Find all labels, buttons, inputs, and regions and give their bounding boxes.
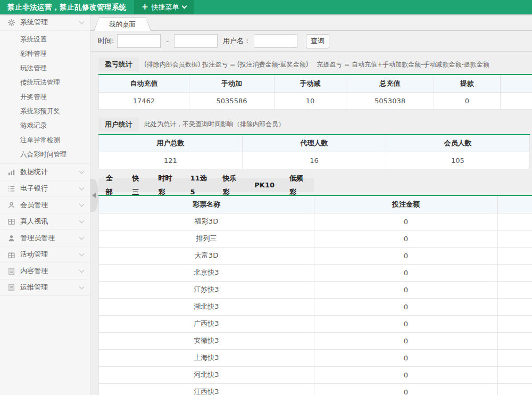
grid-box-icon — [7, 218, 15, 226]
chevron-down-icon — [79, 218, 85, 224]
bet-amount-cell: 0 — [314, 366, 498, 383]
tab-all[interactable]: 全部 — [98, 171, 124, 199]
header-cell: 手动加 — [189, 75, 275, 92]
chevron-down-icon — [79, 19, 85, 24]
lottery-name-cell: 福彩3D — [99, 213, 314, 230]
bet-amount-cell: 0 — [314, 281, 498, 298]
data-cell: 10 — [275, 92, 346, 109]
data-cell: 121 — [99, 152, 243, 169]
data-cell — [498, 349, 532, 366]
bet-amount-cell: 0 — [314, 298, 498, 315]
bar-chart-icon — [7, 168, 15, 176]
chevron-down-icon — [79, 202, 85, 207]
header-cell — [498, 195, 532, 213]
lottery-name-cell: 安徽快3 — [99, 332, 314, 349]
sidebar-item-bet-anomaly-check[interactable]: 注单异常检测 — [0, 133, 90, 147]
bet-amount-cell: 0 — [314, 247, 498, 264]
user-section-header: 用户统计 此处为总计，不受查询时间影响（排除内部会员） — [98, 118, 532, 131]
tab-11xuan5[interactable]: 11选5 — [183, 171, 215, 199]
data-cell — [498, 264, 532, 281]
header-cell: 代理人数 — [243, 135, 386, 152]
sidebar-submenu-system: 系统设置 彩种管理 玩法管理 传统玩法管理 开奖管理 系统彩预开奖 游戏记录 注… — [0, 31, 90, 164]
sidebar-group-data-stats[interactable]: 数据统计 — [0, 164, 90, 180]
bet-amount-cell: 0 — [314, 332, 498, 349]
tab-pk10[interactable]: PK10 — [247, 178, 282, 192]
table-row: 排列三 0 — [99, 230, 532, 247]
table-row: 广西快3 0 — [99, 315, 532, 332]
lottery-name-cell: 北京快3 — [99, 264, 314, 281]
username-input[interactable] — [254, 34, 297, 48]
table-row: 河北快3 0 — [99, 366, 532, 383]
profit-table: 自动充值 手动加 手动减 总充值 提款 消 17462 5035586 10 5… — [98, 74, 532, 110]
table-header-row: 用户总数 代理人数 会员人数 — [99, 135, 530, 152]
bet-amount-cell: 0 — [314, 213, 498, 230]
table-row: 江苏快3 0 — [99, 281, 532, 298]
filter-bar: 时间: - 用户名： 查询 — [90, 31, 532, 52]
data-cell: 17462 — [99, 92, 189, 109]
table-row: 湖北快3 0 — [99, 298, 532, 315]
table-row: 121 16 105 — [99, 152, 530, 169]
bet-amount-cell: 0 — [314, 383, 498, 395]
sidebar-item-lottery-type-mgmt[interactable]: 彩种管理 — [0, 46, 90, 61]
quick-menu-button[interactable]: + 快捷菜单 — [134, 0, 194, 14]
data-cell — [498, 247, 532, 264]
sidebar-group-admins[interactable]: 管理员管理 — [0, 230, 90, 246]
table-row: 福彩3D 0 — [99, 213, 532, 230]
lottery-name-cell: 大富3D — [99, 247, 314, 264]
data-cell — [498, 298, 532, 315]
sidebar-item-system-predraw[interactable]: 系统彩预开奖 — [0, 104, 90, 118]
sidebar-group-label: 真人视讯 — [20, 217, 80, 226]
sidebar-group-ops[interactable]: 运维管理 — [0, 279, 90, 296]
sidebar-group-activities[interactable]: 活动管理 — [0, 246, 90, 263]
range-separator: - — [166, 37, 169, 45]
lottery-name-cell: 河北快3 — [99, 366, 314, 383]
sidebar-group-label: 系统管理 — [20, 18, 80, 27]
desktop-tab-strip: 我的桌面 — [90, 14, 532, 31]
lottery-name-cell: 江苏快3 — [99, 281, 314, 298]
bet-amount-cell: 0 — [314, 264, 498, 281]
sidebar-item-game-records[interactable]: 游戏记录 — [0, 118, 90, 133]
tab-low-freq[interactable]: 低频彩 — [282, 171, 314, 199]
sidebar-item-mark6-time-mgmt[interactable]: 六合彩时间管理 — [0, 147, 90, 161]
data-cell: 16 — [243, 152, 386, 169]
sidebar-group-members[interactable]: 会员管理 — [0, 197, 90, 213]
sidebar-group-label: 管理员管理 — [20, 233, 80, 243]
chevron-down-icon — [79, 284, 85, 290]
chevron-down-icon — [79, 185, 85, 191]
time-label: 时间: — [98, 36, 114, 46]
chevron-down-icon — [181, 4, 187, 9]
sidebar-group-label: 电子银行 — [20, 184, 80, 193]
sidebar-group-live-video[interactable]: 真人视讯 — [0, 213, 90, 230]
top-bar: 禁止非法运营，禁止乱修改管理系统 + 快捷菜单 — [0, 0, 532, 14]
sidebar-item-play-mgmt[interactable]: 玩法管理 — [0, 61, 90, 75]
data-cell — [498, 383, 532, 395]
lottery-name-cell: 湖北快3 — [99, 298, 314, 315]
time-to-input[interactable] — [174, 34, 218, 48]
header-cell: 会员人数 — [386, 135, 530, 152]
query-button[interactable]: 查询 — [306, 34, 329, 48]
data-cell — [498, 213, 532, 230]
sidebar-group-ebank[interactable]: 电子银行 — [0, 180, 90, 197]
lottery-category-tabs: 全部 快三 时时彩 11选5 快乐彩 PK10 低频彩 — [98, 178, 314, 192]
tab-kuailecai[interactable]: 快乐彩 — [215, 171, 247, 199]
header-cell: 用户总数 — [99, 135, 243, 152]
data-cell: 5035586 — [189, 92, 275, 109]
bet-amount-cell: 0 — [314, 230, 498, 247]
sidebar-group-label: 运维管理 — [20, 283, 80, 292]
tab-shishicai[interactable]: 时时彩 — [151, 171, 183, 199]
lottery-name-cell: 广西快3 — [99, 315, 314, 332]
header-cell: 总充值 — [346, 75, 434, 92]
sidebar-group-content[interactable]: 内容管理 — [0, 263, 90, 279]
time-from-input[interactable] — [117, 34, 161, 48]
data-cell — [498, 315, 532, 332]
tab-my-desktop[interactable]: 我的桌面 — [94, 18, 151, 31]
chevron-down-icon — [79, 169, 85, 174]
sidebar-group-system[interactable]: 系统管理 — [0, 14, 90, 31]
sidebar-item-traditional-play-mgmt[interactable]: 传统玩法管理 — [0, 75, 90, 89]
tab-kuaisan[interactable]: 快三 — [124, 171, 151, 199]
sidebar-group-label: 会员管理 — [20, 200, 80, 210]
sidebar-item-system-settings[interactable]: 系统设置 — [0, 32, 90, 46]
main-area: 我的桌面 时间: - 用户名： 查询 盈亏统计 (排除内部会员数据) 投注盈亏 … — [90, 14, 532, 395]
table-header-row: 自动充值 手动加 手动减 总充值 提款 消 — [99, 75, 532, 92]
sidebar-item-draw-mgmt[interactable]: 开奖管理 — [0, 89, 90, 104]
